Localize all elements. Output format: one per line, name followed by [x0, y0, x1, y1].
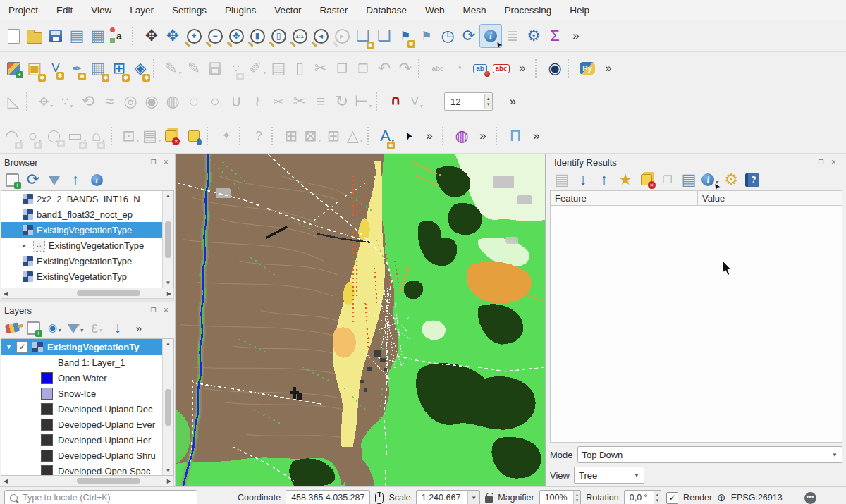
filter-legend-icon[interactable]: ▾	[66, 319, 85, 337]
rectangle-icon[interactable]: ▭▾	[66, 125, 87, 147]
python-console-icon[interactable]: Py	[577, 57, 598, 80]
snapping-tolerance-value[interactable]: 12	[445, 97, 484, 107]
mode-select[interactable]: Top Down▼	[577, 446, 842, 463]
cut-features-icon[interactable]: ✂	[310, 57, 331, 80]
browser-item[interactable]: 2x2_2_BANDS_INT16_N	[1, 191, 163, 207]
browser-item[interactable]: ExistingVegetationTyp	[1, 269, 163, 284]
rotate-point-symbols-icon[interactable]: ↻	[331, 90, 352, 113]
open-layer-styling-icon[interactable]	[3, 319, 21, 337]
rotate-feature-icon[interactable]: ⟲	[78, 90, 99, 113]
toolbar-extension-button[interactable]: »	[565, 25, 587, 47]
select-by-form-icon[interactable]: ▤▾	[141, 125, 162, 147]
browser-vscrollbar[interactable]: ▲▼	[162, 191, 173, 288]
identify-table-body[interactable]	[550, 206, 842, 443]
expand-arrow-icon[interactable]: ▼	[6, 343, 12, 350]
processing-toolbox-icon[interactable]: ⚙	[523, 25, 544, 47]
building-plugin-icon[interactable]: Π	[505, 125, 526, 147]
browser-item[interactable]: ▸ ExistingVegetationType	[1, 238, 163, 253]
simplify-feature-icon[interactable]: ≈	[99, 90, 120, 113]
mesh-transform-icon[interactable]: ⊞	[323, 125, 344, 147]
toolbar-grip[interactable]	[26, 92, 33, 111]
trim-extend-icon[interactable]: ⊢▾	[352, 90, 374, 113]
current-edits-icon[interactable]: ✎▾	[162, 57, 183, 80]
pan-map-icon[interactable]: ✥	[141, 25, 162, 47]
circle-icon[interactable]: ○▾	[24, 125, 45, 147]
layers-vscrollbar[interactable]: ▲▼	[162, 339, 173, 475]
menu-help[interactable]: Help	[570, 5, 589, 16]
pin-labels-icon[interactable]: ab	[470, 57, 491, 80]
menu-settings[interactable]: Settings	[172, 5, 207, 16]
toolbar-extension-button[interactable]: »	[503, 90, 524, 113]
toolbar-grip[interactable]	[442, 127, 449, 145]
open-form-icon[interactable]: ▤	[553, 171, 571, 189]
new-project-icon[interactable]	[3, 25, 24, 47]
layer-diagram-icon[interactable]: ◔	[448, 57, 470, 80]
float-panel-button[interactable]: ❐	[149, 306, 158, 315]
new-annotation-icon[interactable]: A▾	[376, 125, 398, 147]
merge-features-icon[interactable]: ≡	[310, 90, 331, 113]
new-3d-map-view-icon[interactable]: ❏	[374, 25, 395, 47]
mesh-force-icon[interactable]: △▾	[344, 125, 365, 147]
filter-browser-icon[interactable]	[45, 171, 63, 189]
legend-item[interactable]: Developed-Upland Ever	[1, 417, 163, 432]
toolbar-grip[interactable]	[132, 27, 139, 45]
new-map-view-icon[interactable]: ❏	[352, 25, 374, 47]
open-project-icon[interactable]	[24, 25, 45, 47]
browser-item[interactable]: ExistingVegetationType	[1, 222, 163, 238]
delete-selected-icon[interactable]: ▯	[289, 57, 310, 80]
toolbar-grip[interactable]	[496, 127, 503, 145]
help-icon[interactable]: ?	[743, 171, 761, 189]
highlight-labels-icon[interactable]: abc	[491, 57, 512, 80]
expand-tree-icon[interactable]: ↓	[574, 171, 592, 189]
delete-ring-icon[interactable]: ◌	[183, 90, 204, 113]
mesh-selection-icon[interactable]: ⊠▾	[302, 125, 323, 147]
legend-item[interactable]: Snow-Ice	[1, 386, 163, 401]
filter-expression-icon[interactable]: ε▾	[87, 319, 106, 337]
pan-to-selection-icon[interactable]: ✥	[162, 25, 183, 47]
spinbox-steppers[interactable]: ▴▾	[654, 491, 661, 504]
new-shapefile-icon[interactable]: V	[45, 57, 66, 80]
properties-widget-icon[interactable]: i	[87, 171, 106, 189]
browser-hscrollbar[interactable]: ◀▶	[1, 288, 174, 299]
column-value[interactable]: Value	[698, 193, 729, 204]
toolbar-grip[interactable]	[153, 59, 160, 78]
toolbar-extension-button[interactable]: »	[512, 57, 533, 80]
copy-features-icon[interactable]: ❐	[331, 57, 352, 80]
magnifier-spinbox[interactable]: 100% ▴▾	[539, 490, 582, 504]
menu-vector[interactable]: Vector	[274, 5, 301, 16]
clear-results-icon[interactable]	[637, 171, 656, 189]
toolbar-grip[interactable]	[568, 59, 575, 78]
identify-features-icon[interactable]: i	[479, 24, 502, 48]
chevron-down-icon[interactable]: ▼	[467, 491, 479, 504]
copy-feature-icon[interactable]: ❐	[658, 171, 677, 189]
map-canvas[interactable]	[176, 154, 546, 486]
toolbar-grip[interactable]	[271, 127, 278, 145]
layers-hscrollbar[interactable]: ◀▶	[1, 476, 174, 486]
temporal-controller-icon[interactable]: ◷	[437, 25, 458, 47]
expand-new-results-icon[interactable]: ★	[616, 171, 634, 189]
legend-item[interactable]: Developed-Upland Her	[1, 432, 163, 448]
move-feature-icon[interactable]: ✥▾	[35, 90, 56, 113]
layer-visibility-checkbox[interactable]: ✓	[16, 341, 28, 353]
close-panel-button[interactable]: ✕	[161, 158, 171, 167]
new-mesh-layer-icon[interactable]: ⊞	[109, 57, 130, 80]
add-ring-icon[interactable]: ◎	[120, 90, 141, 113]
legend-item[interactable]: Developed-Upland Shru	[1, 448, 163, 463]
redo-icon[interactable]: ↷	[395, 57, 416, 80]
mouse-extents-icon[interactable]	[375, 492, 384, 504]
zoom-native-icon[interactable]: 1:1	[289, 25, 310, 47]
legend-item[interactable]: Developed-Open Spac	[1, 463, 163, 475]
panel-extension-button[interactable]: »	[130, 319, 148, 337]
split-parts-icon[interactable]: ✂	[268, 90, 289, 113]
data-source-manager-icon[interactable]	[3, 57, 24, 80]
scale-combobox[interactable]: 1:240.667▼	[416, 490, 481, 504]
sigma-statistics-icon[interactable]: Σ	[544, 25, 565, 47]
circular-string-icon[interactable]: ◠▾	[3, 125, 24, 147]
view-select[interactable]: Tree▼	[574, 467, 644, 484]
menu-web[interactable]: Web	[425, 5, 445, 16]
add-part-icon[interactable]: ◉	[141, 90, 162, 113]
reshape-features-icon[interactable]: ≀	[247, 90, 268, 113]
metasearch-icon[interactable]: ◉	[544, 57, 565, 80]
offset-curve-icon[interactable]: ∪	[226, 90, 247, 113]
expand-all-icon[interactable]: ↓	[109, 319, 127, 337]
